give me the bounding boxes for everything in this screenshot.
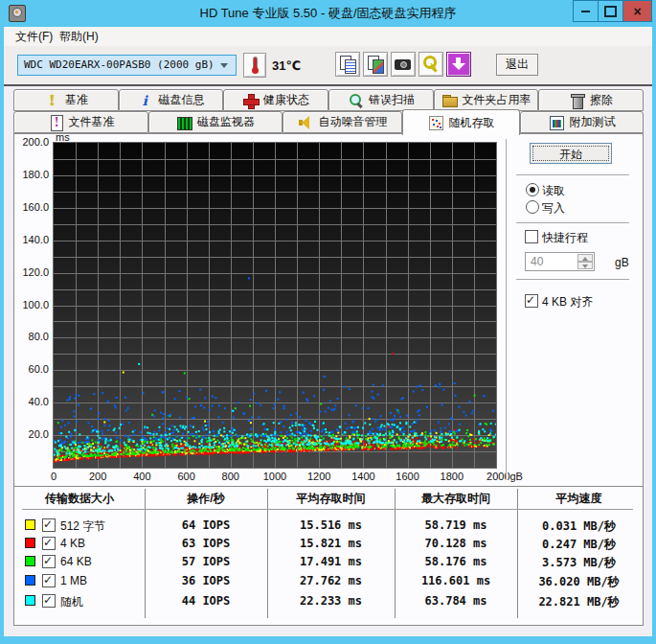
tab-aam[interactable]: 自动噪音管理: [283, 111, 402, 133]
series-checkbox[interactable]: [42, 518, 56, 532]
camera-icon: [392, 53, 415, 76]
max-access-time: 70.128 ms: [395, 537, 517, 550]
screenshot-button[interactable]: [391, 52, 416, 77]
tab-benchmark[interactable]: 基准: [13, 89, 119, 111]
short-stroke-label: 快捷行程: [542, 230, 588, 246]
options-button[interactable]: [418, 52, 443, 77]
spinner-up-button[interactable]: [577, 254, 593, 262]
info-icon: [138, 93, 154, 108]
avg-access-time: 15.821 ms: [267, 537, 395, 550]
spinner-down-button[interactable]: [577, 262, 593, 269]
minimize-icon: [581, 11, 590, 12]
menu-file[interactable]: 文件(F): [10, 29, 58, 44]
separator: [516, 174, 629, 176]
copy-image-button[interactable]: [363, 52, 388, 77]
write-radio[interactable]: [526, 200, 539, 214]
short-stroke-checkbox[interactable]: [525, 230, 538, 243]
align-4kb-checkbox[interactable]: [525, 294, 538, 308]
tab-label: 错误扫描: [369, 92, 415, 108]
table-row: 随机 44 IOPS 22.233 ms 63.784 ms 22.821 MB…: [14, 592, 643, 610]
y-tick-label: 80.0: [14, 331, 49, 342]
y-tick-label: 60.0: [14, 363, 49, 375]
table-row: 4 KB 63 IOPS 15.821 ms 70.128 ms 0.247 M…: [14, 535, 643, 553]
series-checkbox[interactable]: [42, 555, 56, 568]
maximize-button[interactable]: [598, 0, 623, 22]
y-tick-label: 100.0: [14, 299, 49, 310]
drive-select[interactable]: WDC WD20EARX-00PASB0 (2000 gB): [17, 55, 237, 76]
tab-health[interactable]: 健康状态: [223, 89, 328, 111]
iops-value: 57 IOPS: [145, 555, 267, 568]
series-checkbox[interactable]: [42, 594, 56, 608]
benchmark-icon: [44, 93, 60, 108]
download-arrow-icon: [447, 53, 470, 76]
y-tick-label: 180.0: [14, 169, 49, 180]
x-tick-label: 1800: [428, 471, 476, 482]
close-button[interactable]: ×: [622, 0, 652, 22]
capacity-spinner[interactable]: 40: [525, 252, 595, 271]
magnifier-icon: [348, 93, 364, 108]
read-radio-label: 读取: [542, 183, 565, 199]
iops-value: 63 IOPS: [145, 537, 267, 550]
y-tick-label: 120.0: [14, 266, 49, 278]
series-label: 4 KB: [60, 537, 85, 550]
table-header-row: 传输数据大小 操作/秒 平均存取时间 最大存取时间 平均速度: [14, 491, 643, 508]
toolbar: WDC WD20EARX-00PASB0 (2000 gB) 31℃ 退出: [4, 46, 652, 84]
close-icon: ×: [633, 5, 641, 18]
health-cross-icon: [242, 93, 259, 108]
start-button[interactable]: 开始: [530, 143, 612, 164]
x-tick-label: 800: [207, 471, 255, 482]
column-header: 最大存取时间: [395, 491, 517, 507]
y-axis-unit: ms: [56, 131, 70, 143]
folder-icon: [441, 93, 458, 108]
read-radio[interactable]: [526, 183, 539, 196]
table-row: 1 MB 36 IOPS 27.762 ms 116.601 ms 36.020…: [14, 572, 643, 590]
avg-access-time: 22.233 ms: [267, 594, 395, 608]
y-tick-label: 160.0: [14, 201, 49, 213]
series-checkbox[interactable]: [42, 537, 56, 550]
exit-button[interactable]: 退出: [496, 54, 538, 76]
table-top-border: [14, 486, 643, 487]
x-tick-label: 1400: [339, 471, 387, 482]
menu-bar: 文件(F) 帮助(H): [4, 27, 652, 46]
series-checkbox[interactable]: [42, 574, 56, 587]
update-button[interactable]: [446, 52, 471, 77]
separator: [516, 279, 629, 281]
keys-icon: [419, 53, 442, 76]
copy-text-button[interactable]: [335, 52, 360, 77]
extra-tests-icon: [549, 115, 565, 130]
tab-erase[interactable]: 擦除: [538, 89, 644, 111]
capacity-value: 40: [531, 255, 543, 268]
avg-speed: 3.573 MB/秒: [517, 555, 641, 571]
series-color-swatch: [25, 519, 35, 530]
tab-error-scan[interactable]: 错误扫描: [328, 89, 434, 111]
tab-label: 自动噪音管理: [319, 114, 388, 130]
y-tick-label: 200.0: [14, 136, 49, 148]
toolbar-divider: [4, 84, 652, 86]
tab-label: 健康状态: [263, 92, 309, 108]
avg-speed: 0.031 MB/秒: [517, 518, 641, 535]
copy-text-icon: [336, 53, 359, 76]
tab-label: 附加测试: [570, 114, 616, 130]
tab-label: 基准: [65, 92, 88, 108]
series-label: 64 KB: [60, 555, 92, 568]
x-tick-label: 1600: [384, 471, 432, 482]
series-color-swatch: [25, 575, 35, 586]
series-color-swatch: [25, 595, 35, 606]
tab-extra-tests[interactable]: 附加测试: [520, 111, 644, 133]
series-color-swatch: [25, 538, 35, 548]
client-area: 文件(F) 帮助(H) WDC WD20EARX-00PASB0 (2000 g…: [4, 27, 652, 636]
tab-disk-monitor[interactable]: 磁盘监视器: [148, 111, 283, 133]
temperature-button[interactable]: [243, 53, 266, 78]
tab-disk-info[interactable]: 磁盘信息: [119, 89, 223, 111]
minimize-button[interactable]: [573, 0, 599, 22]
menu-help[interactable]: 帮助(H): [54, 29, 104, 44]
column-header: 传输数据大小: [14, 491, 145, 507]
separator: [516, 222, 629, 224]
tab-file-benchmark[interactable]: 文件基准: [13, 111, 148, 133]
x-tick-label: 200: [74, 471, 122, 482]
tab-random-access[interactable]: 随机存取: [402, 109, 520, 135]
tab-folder-usage[interactable]: 文件夹占用率: [434, 89, 538, 111]
y-tick-label: 40.0: [14, 396, 49, 407]
app-window: HD Tune 专业版 5.50 - 硬盘/固态硬盘实用程序 × 文件(F) 帮…: [0, 0, 656, 644]
max-access-time: 63.784 ms: [395, 594, 517, 608]
